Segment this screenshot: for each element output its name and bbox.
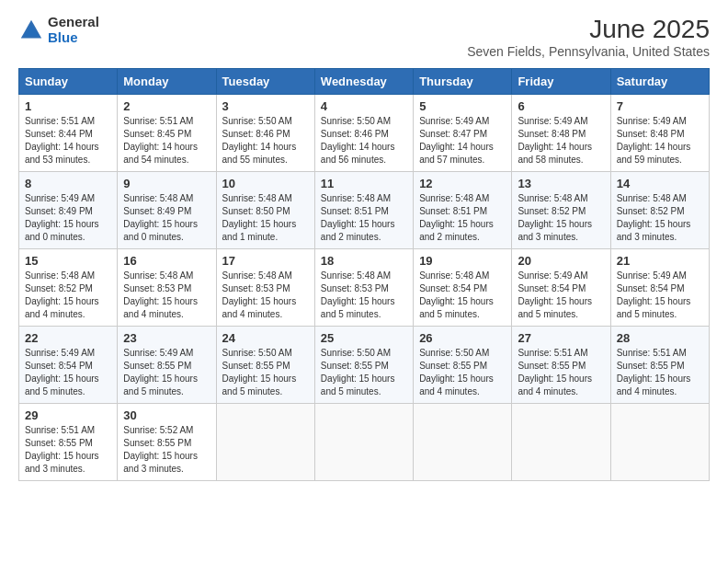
day-info: Sunrise: 5:48 AMSunset: 8:53 PMDaylight:… — [222, 270, 297, 319]
day-info: Sunrise: 5:50 AMSunset: 8:55 PMDaylight:… — [321, 348, 395, 396]
day-info: Sunrise: 5:51 AMSunset: 8:55 PMDaylight:… — [518, 348, 592, 396]
day-info: Sunrise: 5:48 AMSunset: 8:51 PMDaylight:… — [419, 193, 494, 242]
day-info: Sunrise: 5:49 AMSunset: 8:49 PMDaylight:… — [25, 193, 99, 242]
calendar-day-cell: 16 Sunrise: 5:48 AMSunset: 8:53 PMDaylig… — [118, 249, 216, 327]
day-info: Sunrise: 5:48 AMSunset: 8:50 PMDaylight:… — [222, 193, 297, 242]
logo: General Blue — [18, 15, 99, 45]
calendar-day-cell: 25 Sunrise: 5:50 AMSunset: 8:55 PMDaylig… — [314, 327, 413, 404]
day-info: Sunrise: 5:51 AMSunset: 8:44 PMDaylight:… — [25, 116, 99, 165]
calendar-day-cell: 10 Sunrise: 5:48 AMSunset: 8:50 PMDaylig… — [216, 172, 314, 249]
calendar-day-cell — [414, 404, 512, 481]
day-info: Sunrise: 5:48 AMSunset: 8:51 PMDaylight:… — [321, 193, 395, 242]
title-area: June 2025 Seven Fields, Pennsylvania, Un… — [467, 15, 710, 59]
day-number: 30 — [123, 408, 210, 422]
day-info: Sunrise: 5:49 AMSunset: 8:55 PMDaylight:… — [123, 348, 198, 396]
calendar-day-cell: 5 Sunrise: 5:49 AMSunset: 8:47 PMDayligh… — [414, 95, 512, 172]
day-number: 4 — [321, 99, 407, 113]
calendar-day-cell: 22 Sunrise: 5:49 AMSunset: 8:54 PMDaylig… — [19, 327, 118, 404]
day-number: 3 — [222, 99, 309, 113]
day-info: Sunrise: 5:49 AMSunset: 8:54 PMDaylight:… — [25, 348, 99, 396]
main-title: June 2025 — [467, 15, 710, 44]
day-info: Sunrise: 5:50 AMSunset: 8:55 PMDaylight:… — [222, 348, 297, 396]
day-number: 19 — [419, 254, 506, 268]
day-number: 25 — [321, 331, 407, 345]
calendar-header-row: SundayMondayTuesdayWednesdayThursdayFrid… — [19, 69, 710, 95]
subtitle: Seven Fields, Pennsylvania, United State… — [467, 44, 710, 59]
day-number: 5 — [419, 99, 506, 113]
calendar-day-cell: 13 Sunrise: 5:48 AMSunset: 8:52 PMDaylig… — [512, 172, 610, 249]
calendar-day-cell — [512, 404, 610, 481]
day-number: 13 — [518, 177, 604, 190]
day-info: Sunrise: 5:51 AMSunset: 8:45 PMDaylight:… — [123, 116, 198, 165]
calendar-day-cell: 29 Sunrise: 5:51 AMSunset: 8:55 PMDaylig… — [19, 404, 118, 481]
calendar-day-cell: 9 Sunrise: 5:48 AMSunset: 8:49 PMDayligh… — [118, 172, 216, 249]
day-info: Sunrise: 5:50 AMSunset: 8:46 PMDaylight:… — [321, 116, 395, 165]
day-info: Sunrise: 5:48 AMSunset: 8:52 PMDaylight:… — [617, 193, 691, 242]
day-number: 18 — [321, 254, 407, 268]
day-number: 28 — [617, 331, 703, 345]
day-of-week-header: Monday — [118, 69, 216, 95]
day-number: 9 — [123, 177, 210, 190]
calendar-week-row: 1 Sunrise: 5:51 AMSunset: 8:44 PMDayligh… — [19, 95, 710, 172]
calendar-week-row: 15 Sunrise: 5:48 AMSunset: 8:52 PMDaylig… — [19, 249, 710, 327]
day-number: 12 — [419, 177, 506, 190]
calendar-day-cell: 23 Sunrise: 5:49 AMSunset: 8:55 PMDaylig… — [118, 327, 216, 404]
calendar-day-cell: 20 Sunrise: 5:49 AMSunset: 8:54 PMDaylig… — [512, 249, 610, 327]
calendar-day-cell: 19 Sunrise: 5:48 AMSunset: 8:54 PMDaylig… — [414, 249, 512, 327]
calendar-day-cell: 17 Sunrise: 5:48 AMSunset: 8:53 PMDaylig… — [216, 249, 314, 327]
calendar-table: SundayMondayTuesdayWednesdayThursdayFrid… — [18, 68, 710, 481]
logo-text: General Blue — [48, 15, 99, 45]
day-info: Sunrise: 5:48 AMSunset: 8:53 PMDaylight:… — [321, 270, 395, 319]
calendar-week-row: 22 Sunrise: 5:49 AMSunset: 8:54 PMDaylig… — [19, 327, 710, 404]
day-info: Sunrise: 5:52 AMSunset: 8:55 PMDaylight:… — [123, 425, 198, 474]
day-of-week-header: Wednesday — [314, 69, 413, 95]
day-number: 23 — [123, 331, 210, 345]
day-number: 10 — [222, 177, 309, 190]
day-number: 20 — [518, 254, 604, 268]
calendar-day-cell: 30 Sunrise: 5:52 AMSunset: 8:55 PMDaylig… — [118, 404, 216, 481]
day-number: 27 — [518, 331, 604, 345]
logo-blue-text: Blue — [48, 30, 99, 46]
day-number: 24 — [222, 331, 309, 345]
day-number: 1 — [25, 99, 111, 113]
calendar-day-cell — [610, 404, 709, 481]
day-of-week-header: Friday — [512, 69, 610, 95]
calendar-day-cell: 11 Sunrise: 5:48 AMSunset: 8:51 PMDaylig… — [314, 172, 413, 249]
day-info: Sunrise: 5:49 AMSunset: 8:47 PMDaylight:… — [419, 116, 494, 165]
day-info: Sunrise: 5:48 AMSunset: 8:53 PMDaylight:… — [123, 270, 198, 319]
day-of-week-header: Sunday — [19, 69, 118, 95]
day-of-week-header: Tuesday — [216, 69, 314, 95]
day-number: 26 — [419, 331, 506, 345]
day-info: Sunrise: 5:48 AMSunset: 8:52 PMDaylight:… — [518, 193, 592, 242]
calendar-day-cell: 2 Sunrise: 5:51 AMSunset: 8:45 PMDayligh… — [118, 95, 216, 172]
calendar-day-cell: 3 Sunrise: 5:50 AMSunset: 8:46 PMDayligh… — [216, 95, 314, 172]
calendar-day-cell: 21 Sunrise: 5:49 AMSunset: 8:54 PMDaylig… — [610, 249, 709, 327]
day-info: Sunrise: 5:51 AMSunset: 8:55 PMDaylight:… — [25, 425, 99, 474]
calendar-day-cell: 1 Sunrise: 5:51 AMSunset: 8:44 PMDayligh… — [19, 95, 118, 172]
day-number: 8 — [25, 177, 111, 190]
logo-general-text: General — [48, 15, 99, 30]
calendar-day-cell: 15 Sunrise: 5:48 AMSunset: 8:52 PMDaylig… — [19, 249, 118, 327]
calendar-day-cell: 6 Sunrise: 5:49 AMSunset: 8:48 PMDayligh… — [512, 95, 610, 172]
day-number: 17 — [222, 254, 309, 268]
day-number: 15 — [25, 254, 111, 268]
day-of-week-header: Thursday — [414, 69, 512, 95]
day-info: Sunrise: 5:48 AMSunset: 8:52 PMDaylight:… — [25, 270, 99, 319]
calendar-day-cell: 14 Sunrise: 5:48 AMSunset: 8:52 PMDaylig… — [610, 172, 709, 249]
logo-icon — [18, 17, 44, 43]
calendar-day-cell: 8 Sunrise: 5:49 AMSunset: 8:49 PMDayligh… — [19, 172, 118, 249]
day-info: Sunrise: 5:51 AMSunset: 8:55 PMDaylight:… — [617, 348, 691, 396]
day-info: Sunrise: 5:48 AMSunset: 8:54 PMDaylight:… — [419, 270, 494, 319]
calendar-day-cell: 27 Sunrise: 5:51 AMSunset: 8:55 PMDaylig… — [512, 327, 610, 404]
day-info: Sunrise: 5:49 AMSunset: 8:54 PMDaylight:… — [518, 270, 592, 319]
day-info: Sunrise: 5:49 AMSunset: 8:48 PMDaylight:… — [617, 116, 691, 165]
calendar-day-cell: 18 Sunrise: 5:48 AMSunset: 8:53 PMDaylig… — [314, 249, 413, 327]
day-number: 29 — [25, 408, 111, 422]
calendar-day-cell: 28 Sunrise: 5:51 AMSunset: 8:55 PMDaylig… — [610, 327, 709, 404]
calendar-day-cell — [216, 404, 314, 481]
day-number: 11 — [321, 177, 407, 190]
day-number: 16 — [123, 254, 210, 268]
calendar-day-cell: 4 Sunrise: 5:50 AMSunset: 8:46 PMDayligh… — [314, 95, 413, 172]
calendar-day-cell: 7 Sunrise: 5:49 AMSunset: 8:48 PMDayligh… — [610, 95, 709, 172]
day-of-week-header: Saturday — [610, 69, 709, 95]
